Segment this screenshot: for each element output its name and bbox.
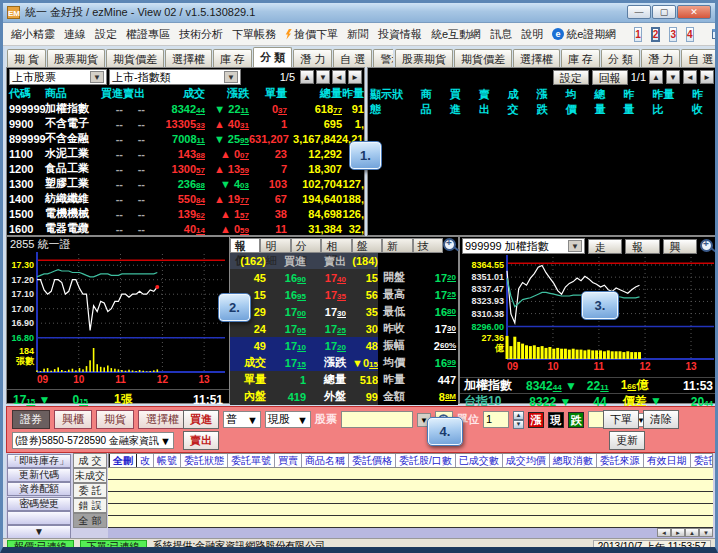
tab-潛力[interactable]: 潛 力: [641, 49, 680, 67]
report-button[interactable]: 回報: [592, 70, 628, 85]
price-flat-button[interactable]: 現: [548, 412, 564, 428]
side-button-資券配額[interactable]: 資券配額: [7, 482, 71, 496]
tab-股票期貨[interactable]: 股票期貨: [395, 49, 453, 67]
view-button-3[interactable]: 3: [669, 27, 677, 42]
orderbook-level-row[interactable]: 291700173035最低1680: [230, 303, 458, 320]
refresh-button[interactable]: 更新: [609, 431, 645, 450]
orderbook-tab-報價[interactable]: 報價: [230, 238, 260, 253]
tab-股票期貨[interactable]: 股票期貨: [47, 49, 105, 67]
table-row[interactable]: 1300塑膠工業----23688▼ 403103102,704127,: [7, 176, 364, 191]
orders-column-header[interactable]: 帳號: [154, 454, 181, 468]
orders-column-header[interactable]: 委託股/口數: [396, 454, 456, 468]
page-left-button[interactable]: ◄: [332, 70, 346, 84]
orderbook-tab-盤後[interactable]: 盤後: [352, 238, 382, 253]
tab-庫存[interactable]: 庫 存: [213, 49, 252, 67]
side-button-blank[interactable]: [7, 511, 71, 525]
trade-tab-證券[interactable]: 證券: [12, 410, 50, 429]
orderbook-tab-分價[interactable]: 分價: [291, 238, 321, 253]
side-button-▼[interactable]: ▼: [7, 525, 71, 539]
trade-tab-選擇權[interactable]: 選擇權: [138, 410, 187, 429]
zoom-icon[interactable]: [443, 238, 456, 251]
settings-button[interactable]: 設定: [553, 70, 589, 85]
orders-column-header[interactable]: 買賣: [275, 454, 302, 468]
sell-button[interactable]: 賣出: [183, 431, 219, 450]
scroll-down-icon[interactable]: ▼: [699, 528, 713, 537]
table-row[interactable]: 899999不含金融----700811▼ 2595631,2073,167,8…: [7, 131, 364, 146]
menu-item-技術分析[interactable]: 技術分析: [179, 27, 223, 42]
submit-order-button[interactable]: 下單: [603, 410, 639, 429]
view-button-1[interactable]: 1: [634, 27, 642, 42]
orderbook-tab-相關[interactable]: 相關: [321, 238, 351, 253]
orders-column-header[interactable]: 委託來源: [597, 454, 644, 468]
orderbook-tab-明細[interactable]: 明細: [260, 238, 290, 253]
view-button-2[interactable]: 2: [651, 27, 661, 42]
tab-分類[interactable]: 分 類: [253, 47, 292, 67]
orderbook-tab-新聞[interactable]: 新聞: [382, 238, 412, 253]
price-up-button[interactable]: 漲: [528, 412, 544, 428]
buy-button[interactable]: 買進: [183, 410, 219, 429]
tab-選擇權[interactable]: 選擇權: [165, 49, 212, 67]
table-row[interactable]: 1400紡織纖維----55084▲ 197767194,640188,: [7, 191, 364, 206]
menu-item-統e證期網[interactable]: e統e證期網: [552, 27, 616, 42]
stock-intraday-chart[interactable]: 17.3017.2017.1017.0016.9016.800910111213…: [7, 250, 228, 385]
order-condition-select[interactable]: 普▼: [223, 411, 261, 428]
orders-column-header[interactable]: 商品名稱: [302, 454, 349, 468]
orderbook-level-row[interactable]: 451690174015開盤1720: [230, 269, 458, 286]
orders-column-header[interactable]: 已成交數: [456, 454, 503, 468]
table-row[interactable]: 1100水泥工業----14388▲ 0072312,292: [7, 146, 364, 161]
index-button-報價[interactable]: 報價: [625, 239, 659, 254]
account-select[interactable]: (證券)5850-5728590 金融家資訊▼: [12, 432, 174, 449]
tab-庫存[interactable]: 庫 存: [561, 49, 600, 67]
filter-全部[interactable]: 全 部: [73, 513, 107, 528]
page-down-button[interactable]: ▼: [316, 70, 330, 84]
table-row[interactable]: 999999加權指數----834244▼ 22110376187791: [7, 101, 364, 116]
group-select[interactable]: 上市-指數類▼: [109, 69, 241, 85]
tab-期貨價差[interactable]: 期貨價差: [454, 49, 512, 67]
menu-item-說明[interactable]: 說明: [521, 27, 543, 42]
trade-tab-期貨[interactable]: 期貨: [96, 410, 134, 429]
clear-button[interactable]: 清除: [643, 410, 679, 429]
orders-column-header[interactable]: 委託價格: [349, 454, 396, 468]
side-button-更新代碼[interactable]: 更新代碼: [7, 468, 71, 482]
tab-潛力[interactable]: 潛 力: [293, 49, 332, 67]
index-symbol-select[interactable]: 999999 加權指數▼: [462, 238, 585, 254]
price-down-button[interactable]: 跌: [568, 412, 584, 428]
menu-item-縮小精靈[interactable]: 縮小精靈: [11, 27, 55, 42]
unit-input[interactable]: 1: [483, 411, 509, 428]
orderbook-level-row[interactable]: 241705172530昨收1730: [230, 320, 458, 337]
tab-分類[interactable]: 分 類: [601, 49, 640, 67]
close-button[interactable]: ✕: [677, 5, 711, 19]
watch-page-up-button[interactable]: ▲: [649, 70, 663, 84]
filter-未成交[interactable]: 未成交: [73, 468, 107, 483]
orders-column-header[interactable]: 改: [137, 454, 154, 468]
trade-type-select[interactable]: 現股▼: [265, 411, 311, 428]
side-button-「即時庫存」[interactable]: 「即時庫存」: [7, 454, 71, 468]
unit-stepper[interactable]: ▲▼: [513, 411, 524, 428]
table-row[interactable]: 1500電機機械----13962▲ 1573884,698126,: [7, 206, 364, 221]
menu-item-設定[interactable]: 設定: [95, 27, 117, 42]
menu-item-投資情報[interactable]: 投資情報: [378, 27, 422, 42]
tab-期貨[interactable]: 期 貨: [7, 49, 46, 67]
zoom-icon[interactable]: [700, 239, 713, 252]
scroll-left-icon[interactable]: ◄: [657, 528, 671, 537]
filter-成交[interactable]: 成 交: [73, 453, 107, 468]
page-up-button[interactable]: ▲: [300, 70, 314, 84]
orders-column-header[interactable]: 委託單號: [228, 454, 275, 468]
orders-column-header[interactable]: 總取消數: [550, 454, 597, 468]
orders-column-header[interactable]: 有效日期: [644, 454, 691, 468]
table-row[interactable]: 9900不含電子----1330533▲ 403116951,: [7, 116, 364, 131]
market-select[interactable]: 上市股票▼: [9, 69, 107, 85]
filter-委託[interactable]: 委 託: [73, 483, 107, 498]
filter-錯誤[interactable]: 錯 誤: [73, 498, 107, 513]
tab-期貨價差[interactable]: 期貨價差: [106, 49, 164, 67]
scroll-up-icon[interactable]: ▲: [685, 528, 699, 537]
watch-page-down-button[interactable]: ▼: [666, 70, 680, 84]
trade-tab-興櫃[interactable]: 興櫃: [54, 410, 92, 429]
view-button-4[interactable]: 4: [686, 27, 694, 42]
table-row[interactable]: 1200食品工業----130057▲ 1359718,307: [7, 161, 364, 176]
maximize-button[interactable]: ▢: [652, 5, 676, 19]
minimize-button[interactable]: —: [627, 5, 651, 19]
menu-item-下單帳務[interactable]: 下單帳務: [232, 27, 276, 42]
menu-item-統e互動網[interactable]: 統e互動網: [431, 27, 481, 42]
orders-column-header[interactable]: 全刪: [109, 453, 137, 468]
